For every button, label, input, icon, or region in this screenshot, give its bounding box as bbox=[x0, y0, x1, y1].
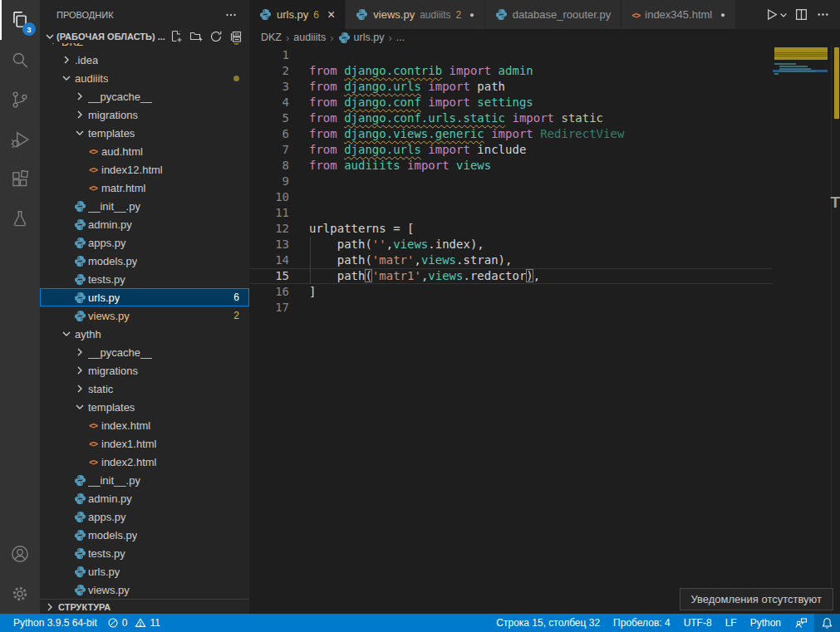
tree-item-apps-py[interactable]: apps.py bbox=[40, 233, 249, 252]
vscode-window: { "colors": { "accent_blue": "#007acc", … bbox=[0, 0, 840, 632]
tree-item-views-py[interactable]: views.py2 bbox=[40, 306, 249, 325]
search-icon[interactable] bbox=[0, 40, 40, 80]
tree-item-index12-html[interactable]: <>index12.html bbox=[40, 160, 249, 179]
breadcrumb-item-urls-py[interactable]: urls.py bbox=[338, 32, 385, 44]
run-button[interactable] bbox=[762, 6, 780, 24]
explorer-more-actions-icon[interactable] bbox=[224, 8, 238, 22]
tab-close-icon[interactable]: × bbox=[327, 8, 335, 22]
tree-item-aythh[interactable]: aythh bbox=[40, 325, 249, 343]
testing-icon[interactable] bbox=[0, 199, 40, 239]
account-icon[interactable] bbox=[0, 534, 40, 574]
tree-item-tests-py[interactable]: tests.py bbox=[40, 544, 249, 562]
python-interpreter-item[interactable]: Python 3.9.5 64-bit bbox=[8, 614, 102, 632]
tab-database-roouter-py[interactable]: database_roouter.py bbox=[485, 0, 622, 29]
tab-problems-badge: 2 bbox=[456, 9, 462, 21]
warnings-icon bbox=[135, 617, 146, 629]
tree-item-apps-py[interactable]: apps.py bbox=[40, 507, 249, 526]
tree-item-templates[interactable]: templates bbox=[40, 124, 249, 142]
overview-ruler[interactable] bbox=[831, 46, 840, 614]
tree-item-aud-html[interactable]: <>aud.html bbox=[40, 142, 249, 160]
tree-item-label: apps.py bbox=[88, 511, 126, 523]
code-editor[interactable]: 1234567891011121314151617 from django.co… bbox=[249, 46, 840, 614]
tree-item-admin-py[interactable]: admin.py bbox=[40, 215, 249, 233]
tree-item-urls-py[interactable]: urls.py6 bbox=[40, 288, 249, 306]
activity-bar: 3 bbox=[0, 0, 40, 614]
tree-item-static[interactable]: static bbox=[40, 380, 249, 398]
tree-item-label: templates bbox=[88, 127, 135, 140]
encoding-item[interactable]: UTF-8 bbox=[677, 614, 719, 632]
code-line-13: path('',views.index), bbox=[309, 237, 624, 252]
tab-index345-html[interactable]: <>index345.html● bbox=[621, 0, 735, 29]
tree-item-matr-html[interactable]: <>matr.html bbox=[40, 179, 249, 197]
notifications-bell-icon[interactable] bbox=[814, 614, 840, 632]
collapse-all-icon[interactable] bbox=[229, 30, 243, 43]
code-line-5: from django.conf.urls.static import stat… bbox=[309, 110, 624, 126]
eol-item[interactable]: LF bbox=[719, 614, 744, 632]
tree-item-idea[interactable]: .idea bbox=[40, 51, 249, 69]
line-number: 10 bbox=[249, 189, 289, 205]
tree-item-migrations[interactable]: migrations bbox=[40, 361, 249, 380]
outline-section-header[interactable]: СТРУКТУРА bbox=[40, 599, 249, 614]
problems-item[interactable]: 0 11 bbox=[102, 614, 165, 632]
tab-dirty-dot[interactable]: ● bbox=[720, 11, 725, 19]
source-control-icon[interactable] bbox=[0, 80, 40, 120]
tree-item-init-py[interactable]: __init__.py bbox=[40, 471, 249, 489]
extensions-icon[interactable] bbox=[0, 159, 40, 199]
tab-dirty-dot[interactable]: ● bbox=[469, 11, 474, 19]
tree-item-init-py[interactable]: __init__.py bbox=[40, 197, 249, 215]
code-line-10 bbox=[309, 189, 624, 205]
tree-item-audiiits[interactable]: audiiits bbox=[40, 69, 249, 87]
chevron-down-icon bbox=[73, 126, 86, 140]
tree-item-label: matr.html bbox=[101, 182, 145, 194]
tree-item-models-py[interactable]: models.py bbox=[40, 526, 249, 544]
chevron-down-icon bbox=[60, 71, 73, 85]
breadcrumb-item-[interactable]: ... bbox=[396, 32, 405, 43]
breadcrumb-item-dkz[interactable]: DKZ bbox=[261, 32, 282, 43]
tree-item-pycache[interactable]: __pycache__ bbox=[40, 87, 249, 105]
workspace-section-header[interactable]: (РАБОЧАЯ ОБЛАСТЬ) ... bbox=[40, 29, 249, 43]
tree-item-label: models.py bbox=[88, 529, 137, 541]
run-debug-icon[interactable] bbox=[0, 120, 40, 159]
indentation-item[interactable]: Пробелов: 4 bbox=[607, 614, 677, 632]
language-mode-item[interactable]: Python bbox=[744, 614, 788, 632]
tree-item-index2-html[interactable]: <>index2.html bbox=[40, 453, 249, 471]
tree-item-migrations[interactable]: migrations bbox=[40, 105, 249, 124]
tree-item-label: audiiits bbox=[75, 72, 108, 85]
tree-item-views-py[interactable]: views.py bbox=[40, 581, 249, 599]
run-dropdown-chevron-icon[interactable] bbox=[779, 6, 788, 24]
tree-item-models-py[interactable]: models.py bbox=[40, 252, 249, 270]
tree-item-admin-py[interactable]: admin.py bbox=[40, 489, 249, 507]
explorer-title: ПРОВОДНИК bbox=[56, 10, 114, 20]
breadcrumb-separator-icon: › bbox=[388, 32, 391, 44]
tree-item-label: urls.py bbox=[88, 566, 120, 578]
tree-item-index-html[interactable]: <>index.html bbox=[40, 416, 249, 434]
problems-badge: 6 bbox=[233, 292, 239, 303]
tab-urls-py[interactable]: urls.py6× bbox=[249, 0, 346, 29]
refresh-icon[interactable] bbox=[209, 30, 223, 43]
cursor-position-item[interactable]: Строка 15, столбец 32 bbox=[489, 614, 607, 632]
more-actions-icon[interactable] bbox=[813, 6, 832, 24]
tree-item-label: templates bbox=[88, 401, 135, 414]
python-file-icon bbox=[73, 510, 86, 523]
feedback-icon[interactable] bbox=[788, 614, 814, 632]
tree-item-label: DKZ bbox=[61, 43, 83, 48]
minimap[interactable] bbox=[773, 46, 831, 614]
settings-gear-icon[interactable] bbox=[0, 574, 40, 614]
tree-item-pycache[interactable]: __pycache__ bbox=[40, 343, 249, 361]
tree-item-templates[interactable]: templates bbox=[40, 398, 249, 416]
tree-item-label: views.py bbox=[88, 310, 130, 322]
new-folder-icon[interactable] bbox=[189, 30, 203, 43]
code-content: from django.contrib import adminfrom dja… bbox=[309, 47, 624, 316]
split-editor-icon[interactable] bbox=[792, 6, 810, 24]
tab-views-py[interactable]: views.pyaudiiits2● bbox=[346, 0, 484, 29]
breadcrumb-item-audiiits[interactable]: audiiits bbox=[293, 32, 326, 43]
chevron-down-icon bbox=[73, 400, 86, 414]
tree-item-index1-html[interactable]: <>index1.html bbox=[40, 434, 249, 453]
new-file-icon[interactable] bbox=[169, 30, 183, 43]
tree-item-dkz[interactable]: DKZ bbox=[40, 43, 249, 51]
tab-label: views.py bbox=[373, 8, 415, 21]
explorer-icon[interactable]: 3 bbox=[0, 0, 40, 40]
workspace-label: (РАБОЧАЯ ОБЛАСТЬ) ... bbox=[56, 32, 169, 42]
tree-item-urls-py[interactable]: urls.py bbox=[40, 562, 249, 581]
tree-item-tests-py[interactable]: tests.py bbox=[40, 270, 249, 288]
